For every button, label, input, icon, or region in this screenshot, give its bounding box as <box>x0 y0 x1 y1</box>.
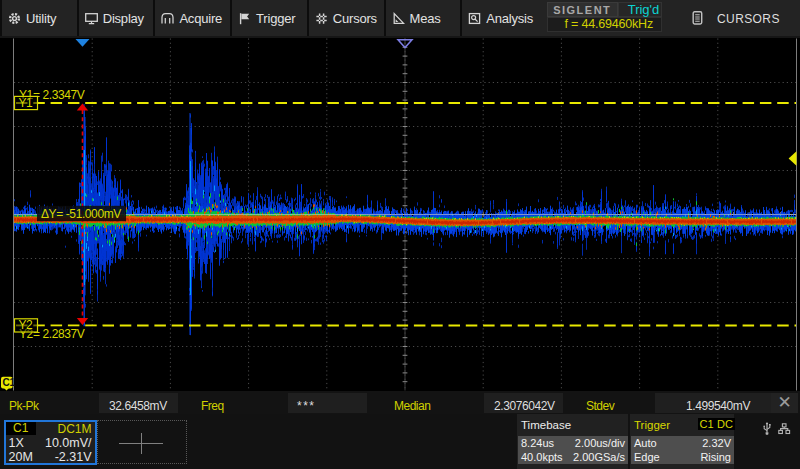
svg-text:Y2: Y2 <box>19 318 34 332</box>
svg-text:C1: C1 <box>2 377 15 388</box>
svg-text:ΔY= -51.000mV: ΔY= -51.000mV <box>41 207 121 221</box>
svg-text:Y1: Y1 <box>19 96 34 110</box>
